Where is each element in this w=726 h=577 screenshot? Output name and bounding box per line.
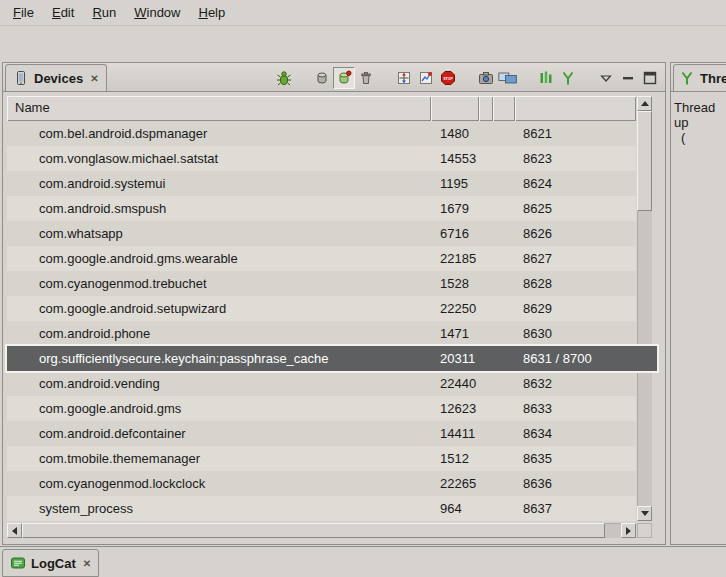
cell-port: 8623	[515, 146, 636, 171]
close-icon[interactable]: ✕	[81, 558, 91, 569]
column-header-name[interactable]: Name	[7, 96, 431, 121]
cell-name: com.whatsapp	[7, 221, 431, 246]
dump-hprof-icon[interactable]	[333, 67, 355, 89]
scroll-right-button[interactable]	[621, 523, 636, 538]
menu-bar: FileEditRunWindowHelp	[0, 0, 726, 26]
cell-c4	[493, 171, 515, 196]
cell-pid: 14553	[431, 146, 479, 171]
tab-devices-label: Devices	[34, 71, 83, 86]
cell-pid: 22185	[431, 246, 479, 271]
view-menu-icon[interactable]	[595, 67, 617, 89]
arrow-down-icon	[641, 511, 649, 516]
cell-c3	[479, 471, 493, 496]
cell-c3	[479, 421, 493, 446]
table-row[interactable]: com.android.phone14718630	[7, 321, 636, 346]
table-row[interactable]: com.google.android.setupwizard222508629	[7, 296, 636, 321]
cell-c3	[479, 121, 493, 146]
menu-window[interactable]: Window	[125, 2, 189, 23]
tab-devices[interactable]: Devices ✕	[5, 64, 107, 91]
table-row[interactable]: com.android.smspush16798625	[7, 196, 636, 221]
cell-pid: 22265	[431, 471, 479, 496]
table-row[interactable]: system_process9648637	[7, 496, 636, 521]
start-profiling-icon[interactable]	[415, 67, 437, 89]
cell-name: com.cyanogenmod.lockclock	[7, 471, 431, 496]
cell-pid: 1528	[431, 271, 479, 296]
cell-pid: 20311	[431, 346, 479, 371]
cell-c4	[493, 396, 515, 421]
table-row[interactable]: com.android.defcontainer144118634	[7, 421, 636, 446]
cell-port: 8628	[515, 271, 636, 296]
cell-name: org.sufficientlysecure.keychain:passphra…	[7, 346, 431, 371]
vertical-scrollbar-thumb[interactable]	[637, 111, 652, 211]
cell-pid: 22250	[431, 296, 479, 321]
screen-capture-icon[interactable]	[475, 67, 497, 89]
scrollbar-corner	[637, 523, 652, 538]
table-row[interactable]: com.android.systemui11958624	[7, 171, 636, 196]
tab-logcat[interactable]: LogCat ✕	[2, 549, 99, 577]
arrow-up-icon	[641, 101, 649, 106]
horizontal-scrollbar[interactable]	[7, 523, 636, 538]
cell-c3	[479, 496, 493, 521]
scroll-down-button[interactable]	[637, 506, 652, 521]
cell-c4	[493, 446, 515, 471]
cell-port: 8629	[515, 296, 636, 321]
column-header-port[interactable]	[515, 96, 636, 121]
table-row[interactable]: com.vonglasow.michael.satstat145538623	[7, 146, 636, 171]
table-row[interactable]: com.tmobile.thememanager15128635	[7, 446, 636, 471]
table-row[interactable]: com.google.android.gms126238633	[7, 396, 636, 421]
column-header-3[interactable]	[479, 96, 493, 121]
cause-gc-icon[interactable]	[355, 67, 377, 89]
cell-name: com.cyanogenmod.trebuchet	[7, 271, 431, 296]
table-row[interactable]: com.whatsapp67168626	[7, 221, 636, 246]
cell-port: 8634	[515, 421, 636, 446]
table-row[interactable]: com.cyanogenmod.lockclock222658636	[7, 471, 636, 496]
cell-c3	[479, 321, 493, 346]
devices-toolbar: STOP	[273, 66, 661, 90]
cell-name: com.android.phone	[7, 321, 431, 346]
menu-help[interactable]: Help	[189, 2, 234, 23]
fork-view-icon[interactable]	[557, 67, 579, 89]
scroll-left-button[interactable]	[7, 523, 22, 538]
cell-name: com.tmobile.thememanager	[7, 446, 431, 471]
cell-port: 8621	[515, 121, 636, 146]
column-header-4[interactable]	[493, 96, 515, 121]
tab-threads[interactable]: Threads	[673, 64, 726, 91]
table-row[interactable]: com.google.android.gms.wearable221858627	[7, 246, 636, 271]
cell-c4	[493, 496, 515, 521]
update-heap-icon[interactable]	[311, 67, 333, 89]
cell-c3	[479, 296, 493, 321]
tree-view-icon[interactable]	[535, 67, 557, 89]
horizontal-scrollbar-thumb[interactable]	[22, 523, 605, 538]
column-header-pid[interactable]	[431, 96, 479, 121]
table-row[interactable]: org.sufficientlysecure.keychain:passphra…	[7, 346, 657, 371]
cell-c3	[479, 271, 493, 296]
minimize-icon[interactable]	[617, 67, 639, 89]
table-row[interactable]: com.bel.android.dspmanager14808621	[7, 121, 636, 146]
cell-port: 8636	[515, 471, 636, 496]
update-threads-icon[interactable]	[393, 67, 415, 89]
cell-name: com.google.android.gms	[7, 396, 431, 421]
maximize-icon[interactable]	[639, 67, 661, 89]
cell-name: com.android.vending	[7, 371, 431, 396]
cell-pid: 12623	[431, 396, 479, 421]
table-row[interactable]: com.android.vending224408632	[7, 371, 636, 396]
close-icon[interactable]: ✕	[88, 73, 98, 84]
multi-screen-icon[interactable]	[497, 67, 519, 89]
cell-c4	[493, 321, 515, 346]
table-row[interactable]: com.cyanogenmod.trebuchet15288628	[7, 271, 636, 296]
stop-process-icon[interactable]: STOP	[437, 67, 459, 89]
threads-tabbar: Threads	[671, 63, 726, 92]
menu-run[interactable]: Run	[83, 2, 125, 23]
cell-pid: 14411	[431, 421, 479, 446]
cell-name: com.android.defcontainer	[7, 421, 431, 446]
menu-edit[interactable]: Edit	[43, 2, 83, 23]
cell-port: 8635	[515, 446, 636, 471]
scroll-up-button[interactable]	[637, 96, 652, 111]
menu-file[interactable]: File	[4, 2, 43, 23]
cell-port: 8637	[515, 496, 636, 521]
cell-c3	[479, 246, 493, 271]
cell-port: 8632	[515, 371, 636, 396]
debug-process-icon[interactable]	[273, 67, 295, 89]
vertical-scrollbar[interactable]	[637, 96, 652, 521]
threads-panel: Threads Thread up (	[670, 62, 726, 545]
